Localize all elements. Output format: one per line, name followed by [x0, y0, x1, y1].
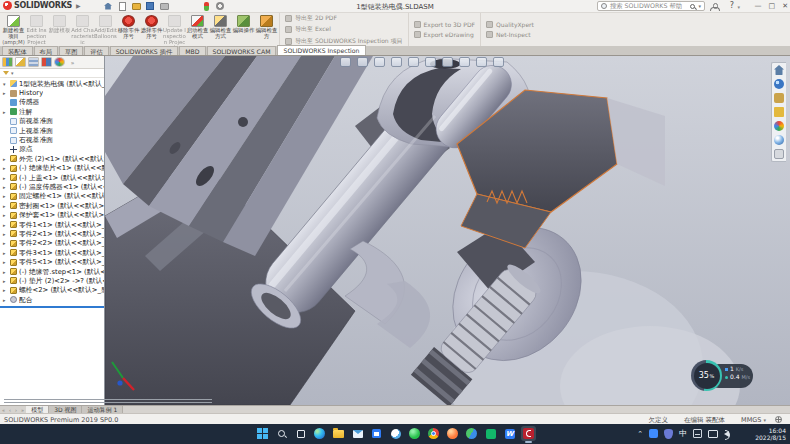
save-icon[interactable]: [145, 1, 155, 11]
expand-icon[interactable]: ▸: [3, 109, 8, 115]
app-green-square-icon[interactable]: [483, 426, 498, 441]
ribbon-button[interactable]: 移除零件序号: [117, 14, 140, 46]
export-link[interactable]: 导出至 2D PDF: [285, 14, 403, 23]
tree-item[interactable]: ▸ 外壳 (2)<1> (默认<<默认>_显示状: [0, 154, 104, 163]
tab-scroll-first-icon[interactable]: «: [0, 407, 7, 413]
expand-icon[interactable]: ▸: [3, 184, 8, 190]
file-explorer-icon[interactable]: [331, 426, 346, 441]
login-user-icon[interactable]: [710, 3, 718, 11]
tree-item[interactable]: ▸ 零件1<1> (默认<<默认>_显示状态: [0, 220, 104, 229]
start-icon[interactable]: [255, 426, 270, 441]
partner-link[interactable]: Net-Inspect: [486, 31, 534, 38]
ribbon-button[interactable]: 新建检查项目 (amp;M): [2, 14, 25, 46]
tab-scroll-last-icon[interactable]: »: [19, 407, 26, 413]
filter-caret-icon[interactable]: ▾: [11, 70, 14, 76]
print-icon[interactable]: [159, 1, 169, 11]
ribbon-tab[interactable]: SOLIDWORKS CAM: [207, 46, 277, 55]
zoom-area-icon[interactable]: [357, 57, 368, 67]
tree-item[interactable]: ▸ 右视基准面: [0, 135, 104, 144]
tray-chevron-icon[interactable]: ⌃: [637, 430, 643, 438]
tree-item[interactable]: ▸ 零件3<1> (默认<<默认>_显示状态: [0, 248, 104, 257]
browser-360-icon[interactable]: [464, 426, 479, 441]
ribbon-tab[interactable]: 布局: [34, 46, 58, 55]
expand-icon[interactable]: ▸: [3, 222, 8, 228]
expand-icon[interactable]: ▸: [3, 278, 8, 284]
undo-icon[interactable]: [173, 1, 183, 11]
ribbon-button[interactable]: 启动检查模式: [186, 14, 209, 46]
ribbon-button[interactable]: 编辑检查方: [255, 14, 278, 46]
menu-expand-icon[interactable]: ▶: [76, 2, 81, 9]
app-orange-icon[interactable]: [445, 426, 460, 441]
partner-link[interactable]: QualityXpert: [486, 21, 534, 28]
expand-icon[interactable]: ▸: [3, 287, 8, 293]
home-icon[interactable]: [103, 1, 113, 11]
ribbon-button[interactable]: Add/Edit Balloons: [94, 14, 117, 46]
expand-icon[interactable]: ▸: [3, 175, 8, 181]
search-icon[interactable]: [274, 426, 289, 441]
expand-icon[interactable]: ▸: [3, 156, 8, 162]
zoom-fit-icon[interactable]: [340, 57, 351, 67]
task-view-icon[interactable]: [293, 426, 308, 441]
tree-item[interactable]: ▸ (-) 绝缘垫片<1> (默认<<默认>_显: [0, 164, 104, 173]
ribbon-tab[interactable]: 草图: [59, 46, 83, 55]
ribbon-tab[interactable]: SOLIDWORKS Inspection: [277, 45, 365, 55]
expand-icon[interactable]: ▸: [3, 212, 8, 218]
propertymanager-tab-icon[interactable]: [15, 57, 26, 67]
help-caret-icon[interactable]: ▾: [737, 4, 740, 10]
apply-scene-icon[interactable]: [476, 57, 487, 67]
help-button[interactable]: ?: [730, 1, 734, 10]
export-link[interactable]: 导出至 Excel: [285, 25, 403, 34]
ime-indicator[interactable]: 中: [679, 430, 687, 438]
view-orientation-icon[interactable]: [408, 57, 419, 67]
new-document-icon[interactable]: [117, 1, 127, 11]
solidworks-icon[interactable]: [521, 426, 536, 441]
ribbon-button[interactable]: 新建模板: [48, 14, 71, 46]
search-icon[interactable]: [690, 4, 695, 9]
select-icon[interactable]: [187, 1, 197, 11]
view-palette-icon[interactable]: [774, 121, 784, 131]
configurationmanager-tab-icon[interactable]: [28, 57, 39, 67]
taskbar-clock[interactable]: 16:04 2022/8/15: [755, 427, 786, 441]
tree-filter-bar[interactable]: ▾: [0, 69, 104, 78]
tree-root-item[interactable]: ▾ 1型铠装热电偶 (默认<默认_显示状态-1: [0, 79, 104, 88]
displaymanager-tab-icon[interactable]: [54, 57, 65, 67]
export-link[interactable]: Export eDrawing: [414, 31, 476, 38]
expand-icon[interactable]: ▸: [3, 259, 8, 265]
design-library-icon[interactable]: [774, 93, 784, 103]
tree-item[interactable]: ▸ 固定螺栓<1> (默认<<默认>_显示状: [0, 192, 104, 201]
tree-item[interactable]: ▸ 上视基准面: [0, 126, 104, 135]
tree-item[interactable]: ▸ (-) 绝缘管.step<1> (默认<<默认>: [0, 267, 104, 276]
export-link[interactable]: Export to 3D PDF: [414, 21, 476, 28]
featuremanager-tab-icon[interactable]: [2, 57, 13, 67]
tree-item[interactable]: ▸ 零件2<1> (默认<<默认>_显示状态: [0, 229, 104, 238]
3d-model-view[interactable]: [105, 56, 790, 405]
solidworks-logo[interactable]: SOLIDWORKS ▶: [3, 1, 81, 10]
tree-item[interactable]: ▸ 配合: [0, 295, 104, 304]
appearances-icon[interactable]: [774, 135, 784, 145]
custom-properties-icon[interactable]: [774, 149, 784, 159]
hide-show-items-icon[interactable]: [442, 57, 453, 67]
expand-icon[interactable]: ▸: [3, 90, 8, 96]
restore-button[interactable]: □: [769, 3, 776, 10]
tree-item[interactable]: ▸ 零件2<2> (默认<<默认>_显示状态: [0, 239, 104, 248]
ribbon-tab[interactable]: MBD: [179, 46, 205, 55]
expand-icon[interactable]: ▸: [3, 165, 8, 171]
sw-home-icon[interactable]: [774, 65, 784, 75]
tree-item[interactable]: ▸ 密封圈<1> (默认<<默认>_显示状: [0, 201, 104, 210]
ribbon-tab[interactable]: 装配体: [2, 46, 33, 55]
section-view-icon[interactable]: [391, 57, 402, 67]
tree-item[interactable]: ▸ (-) 上盖<1> (默认<<默认>_显示状: [0, 173, 104, 182]
panel-splitter-handle[interactable]: [4, 399, 212, 403]
tree-item[interactable]: ▸ 注解: [0, 107, 104, 116]
tray-app-blue-icon[interactable]: [649, 429, 658, 438]
tree-item[interactable]: ▸ (-) 温度传感器<1> (默认<<默认>_: [0, 182, 104, 191]
pane-chevron-icon[interactable]: »: [67, 57, 78, 67]
tree-item[interactable]: ▸ 零件5<1> (默认<<默认>_显示状态: [0, 257, 104, 266]
search-box[interactable]: 搜索 SOLIDWORKS 帮助 ▾: [597, 1, 705, 11]
expand-icon[interactable]: ▸: [3, 231, 8, 237]
expand-icon[interactable]: ▸: [3, 297, 8, 303]
tree-item[interactable]: ▸ 前视基准面: [0, 117, 104, 126]
ribbon-button[interactable]: Edit Inspection Project: [25, 14, 48, 46]
sw-resources-icon[interactable]: [774, 79, 784, 89]
chrome-icon[interactable]: [426, 426, 441, 441]
